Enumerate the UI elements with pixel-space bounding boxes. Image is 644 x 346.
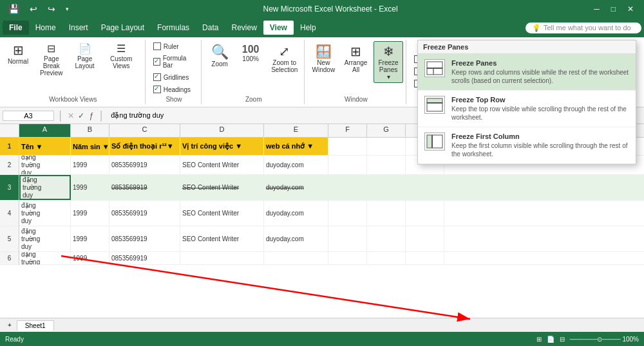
menu-data[interactable]: Data: [196, 21, 225, 35]
minimize-button[interactable]: ─: [589, 3, 605, 15]
cell-c4[interactable]: 0853569919: [109, 201, 180, 226]
window-group: 🪟 NewWindow ⊞ ArrangeAll ❄ FreezePanes ▾…: [306, 40, 406, 104]
menu-pagelayout[interactable]: Page Layout: [95, 21, 151, 35]
close-button[interactable]: ✕: [622, 3, 639, 15]
redo-icon[interactable]: ↪: [44, 3, 59, 15]
freeze-first-col-item[interactable]: Freeze First Column Keep the first colum…: [418, 127, 636, 164]
cell-a5[interactable]: đặngtrườngduy: [19, 226, 71, 251]
menu-insert[interactable]: Insert: [62, 21, 95, 35]
dropdown-arrow-icon[interactable]: ▾: [62, 5, 72, 14]
menu-home[interactable]: Home: [29, 21, 62, 35]
cancel-formula-icon[interactable]: ✕: [68, 111, 74, 120]
cell-a6[interactable]: đặngtrường: [19, 252, 71, 264]
cell-d3[interactable]: SEO Content Writer: [180, 175, 264, 200]
zoom100-button[interactable]: 100 100%: [236, 41, 265, 65]
header-cell-e[interactable]: web cá nhớ ▼: [264, 138, 328, 155]
freezepanes-button[interactable]: ❄ FreezePanes ▾: [374, 41, 404, 83]
cell-e5[interactable]: duyoday.com: [264, 226, 328, 251]
view-normal-icon[interactable]: ⊞: [536, 336, 542, 343]
menu-view[interactable]: View: [263, 21, 294, 35]
cell-b2[interactable]: 1999: [71, 156, 109, 174]
header-cell-d[interactable]: Vị trí công việc ▼: [180, 138, 264, 155]
undo-icon[interactable]: ↩: [26, 3, 41, 15]
cell-d4[interactable]: SEO Content Writer: [180, 201, 264, 226]
sheet-tab-1[interactable]: Sheet1: [17, 320, 54, 331]
cell-a2[interactable]: đặngtrườngduy: [19, 156, 71, 174]
cell-b5[interactable]: 1999: [71, 226, 109, 251]
view-page-icon[interactable]: ⊟: [560, 336, 565, 343]
confirm-formula-icon[interactable]: ✓: [78, 111, 84, 120]
newwindow-button[interactable]: 🪟 NewWindow: [308, 41, 338, 76]
cell-c3[interactable]: 0853569919: [109, 175, 180, 200]
header-cell-c[interactable]: Số điện thoại r¹²▼: [109, 138, 180, 155]
cell-a4[interactable]: đặngtrườngduy: [19, 201, 71, 226]
col-header-d[interactable]: D: [180, 124, 264, 137]
cell-a3[interactable]: đặngtrườngduy: [19, 175, 71, 200]
freeze-panes-item[interactable]: Freeze Panes Keep rows and columns visib…: [418, 54, 636, 91]
arrangeall-button[interactable]: ⊞ ArrangeAll: [341, 41, 370, 76]
customviews-button[interactable]: ☰ Custom Views: [100, 41, 142, 72]
col-header-b[interactable]: B: [71, 124, 109, 137]
header-cell-b[interactable]: Năm sin ▼: [71, 138, 109, 155]
row-num-5[interactable]: 5: [0, 226, 19, 252]
col-header-f[interactable]: F: [328, 124, 367, 137]
freeze-panes-title: Freeze Panes: [451, 59, 629, 67]
cell-c5[interactable]: 0853569919: [109, 226, 180, 251]
svg-rect-3: [427, 68, 433, 75]
window-controls[interactable]: ─ □ ✕: [589, 3, 639, 15]
menu-formulas[interactable]: Formulas: [151, 21, 196, 35]
pagelayout-button[interactable]: 📄 PageLayout: [71, 41, 99, 72]
cell-h6: [406, 252, 444, 264]
cell-d6[interactable]: [180, 252, 264, 264]
add-sheet-button[interactable]: +: [3, 320, 17, 330]
row-num-6[interactable]: 6: [0, 252, 19, 265]
col-header-e[interactable]: E: [264, 124, 328, 137]
row-num-2[interactable]: 2: [0, 156, 19, 175]
freezepanes-icon: ❄: [383, 44, 394, 59]
cell-e6[interactable]: [264, 252, 328, 264]
menu-help[interactable]: Help: [294, 21, 323, 35]
cell-e2[interactable]: duyoday.com: [264, 156, 328, 174]
ruler-checkbox[interactable]: Ruler: [151, 41, 197, 51]
cell-h3: [406, 175, 444, 200]
cell-c6[interactable]: 0853569919: [109, 252, 180, 264]
cell-g3: [367, 175, 406, 200]
zoomselection-button[interactable]: ⤢ Zoom toSelection: [267, 41, 301, 76]
cell-b6[interactable]: 1999: [71, 252, 109, 264]
menu-file[interactable]: File: [3, 21, 29, 35]
cell-b4[interactable]: 1999: [71, 201, 109, 226]
view-layout-icon[interactable]: 📄: [547, 336, 554, 343]
cell-c2[interactable]: 0853569919: [109, 156, 180, 174]
cell-d2[interactable]: SEO Content Writer: [180, 156, 264, 174]
col-header-g[interactable]: G: [367, 124, 406, 137]
ruler-label: Ruler: [164, 43, 179, 50]
svg-rect-7: [427, 103, 442, 111]
pagebreak-button[interactable]: ⊟ Page BreakPreview: [33, 41, 70, 79]
headings-checkbox[interactable]: Headings: [151, 84, 197, 95]
cell-b3[interactable]: 1999: [71, 175, 109, 200]
table-row: đặngtrườngduy 1999 0853569919 SEO Conten…: [19, 226, 644, 252]
search-bar[interactable]: 💡 Tell me what you want to do: [526, 23, 641, 33]
save-icon[interactable]: 💾: [5, 3, 23, 15]
row-num-4[interactable]: 4: [0, 201, 19, 226]
menu-review[interactable]: Review: [225, 21, 263, 35]
col-header-c[interactable]: C: [109, 124, 180, 137]
row-num-3[interactable]: 3: [0, 175, 19, 201]
name-box[interactable]: [3, 111, 54, 121]
search-placeholder[interactable]: Tell me what you want to do: [544, 24, 631, 32]
normal-button[interactable]: ⊞ Normal: [4, 41, 32, 68]
maximize-button[interactable]: □: [606, 3, 621, 15]
cell-e3[interactable]: duyoday.com: [264, 175, 328, 200]
zoom-slider[interactable]: ──────⊙──── 100%: [570, 336, 639, 343]
freeze-top-row-item[interactable]: Freeze Top Row Keep the top row visible …: [418, 91, 636, 127]
col-header-a[interactable]: A: [19, 124, 71, 137]
header-cell-a[interactable]: Tên ▼: [19, 138, 71, 155]
formulabar-checkbox[interactable]: Formula Bar: [151, 53, 197, 70]
zoom-button[interactable]: 🔍 Zoom: [205, 41, 234, 70]
title-bar-controls[interactable]: 💾 ↩ ↪ ▾: [5, 3, 72, 15]
insert-function-icon[interactable]: ƒ: [90, 111, 94, 120]
cell-d5[interactable]: SEO Content Writer: [180, 226, 264, 251]
cell-e4[interactable]: duyoday.com: [264, 201, 328, 226]
gridlines-checkbox[interactable]: Gridlines: [151, 72, 197, 82]
freezepanes-label: FreezePanes ▾: [377, 59, 400, 80]
